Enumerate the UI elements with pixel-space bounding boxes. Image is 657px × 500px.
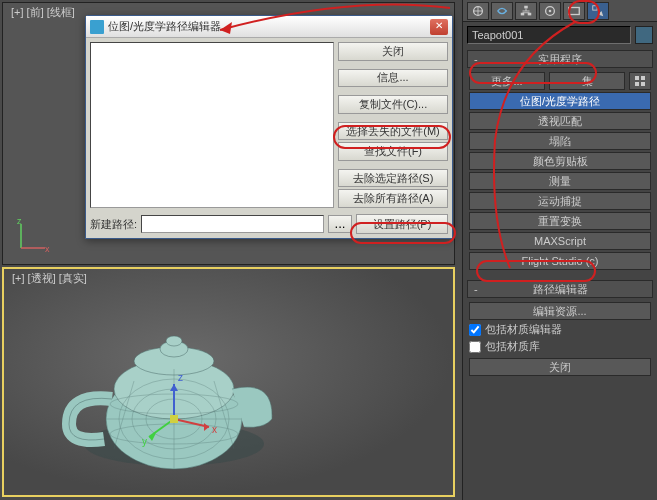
edit-resources-button[interactable]: 编辑资源... [469, 302, 651, 320]
motion-capture-button[interactable]: 运动捕捉 [469, 192, 651, 210]
include-mat-lib-label: 包括材质库 [485, 339, 540, 354]
svg-rect-41 [593, 5, 597, 9]
viewport-perspective[interactable]: x y z [+] [透视] [真实] [2, 267, 455, 497]
find-file-button[interactable]: 查找文件(F) [338, 142, 448, 161]
svg-text:x: x [212, 424, 217, 435]
new-path-input[interactable] [141, 215, 324, 233]
svg-text:z: z [178, 372, 183, 383]
select-missing-button[interactable]: 选择丢失的文件(M) [338, 122, 448, 141]
viewport-front-label: [+] [前] [线框] [11, 5, 75, 20]
svg-point-9 [166, 336, 182, 346]
flight-studio-button[interactable]: Flight Studio (c) [469, 252, 651, 270]
app-icon [90, 20, 104, 34]
remove-selected-button[interactable]: 去除选定路径(S) [338, 169, 448, 188]
svg-rect-44 [635, 82, 639, 86]
set-path-button[interactable]: 设置路径(P) [356, 214, 448, 234]
config-button[interactable] [629, 72, 651, 90]
svg-rect-45 [641, 82, 645, 86]
grid-icon [634, 75, 646, 87]
color-clipboard-button[interactable]: 颜色剪贴板 [469, 152, 651, 170]
create-tab-icon[interactable] [467, 2, 489, 20]
dialog-title-text: 位图/光度学路径编辑器 [108, 19, 221, 34]
info-button[interactable]: 信息... [338, 69, 448, 88]
copy-file-button[interactable]: 复制文件(C)... [338, 95, 448, 114]
svg-text:x: x [45, 244, 50, 254]
modify-tab-icon[interactable] [491, 2, 513, 20]
path-editor-rollout-header[interactable]: 路径编辑器 [467, 280, 653, 298]
close-panel-button[interactable]: 关闭 [469, 358, 651, 376]
maxscript-button[interactable]: MAXScript [469, 232, 651, 250]
close-icon[interactable]: ✕ [430, 19, 448, 35]
utilities-rollout-header[interactable]: 实用程序 [467, 50, 653, 68]
bitmap-path-button[interactable]: 位图/光度学路径 [469, 92, 651, 110]
more-button[interactable]: 更多... [469, 72, 545, 90]
svg-text:z: z [17, 216, 22, 226]
include-mat-editor-label: 包括材质编辑器 [485, 322, 562, 337]
viewport-perspective-label: [+] [透视] [真实] [12, 271, 87, 286]
svg-rect-32 [524, 5, 528, 8]
include-mat-lib-row[interactable]: 包括材质库 [469, 339, 651, 354]
dialog-titlebar[interactable]: 位图/光度学路径编辑器 ✕ [86, 16, 452, 38]
close-button[interactable]: 关闭 [338, 42, 448, 61]
svg-text:y: y [142, 436, 147, 447]
collapse-button[interactable]: 塌陷 [469, 132, 651, 150]
include-mat-editor-checkbox[interactable] [469, 324, 481, 336]
remove-all-button[interactable]: 去除所有路径(A) [338, 189, 448, 208]
path-list[interactable] [90, 42, 334, 208]
axis-gizmo-icon: z x [13, 216, 53, 256]
include-mat-editor-row[interactable]: 包括材质编辑器 [469, 322, 651, 337]
new-path-label: 新建路径: [90, 217, 137, 232]
bitmap-path-editor-dialog: 位图/光度学路径编辑器 ✕ 关闭 信息... 复制文件(C)... 选择丢失的文… [85, 15, 453, 239]
svg-rect-43 [641, 76, 645, 80]
include-mat-lib-checkbox[interactable] [469, 341, 481, 353]
utilities-tab-icon[interactable] [587, 2, 609, 20]
teapot-mesh-icon: x y z [4, 269, 455, 497]
command-panel: 实用程序 更多... 集 位图/光度学路径 透视匹配 塌陷 颜色剪贴板 测量 运… [462, 0, 657, 500]
svg-point-39 [549, 9, 552, 12]
browse-button[interactable]: ... [328, 215, 352, 233]
object-color-swatch[interactable] [635, 26, 653, 44]
svg-rect-40 [569, 7, 580, 14]
svg-rect-25 [170, 415, 178, 423]
measure-button[interactable]: 测量 [469, 172, 651, 190]
svg-rect-42 [635, 76, 639, 80]
motion-tab-icon[interactable] [539, 2, 561, 20]
display-tab-icon[interactable] [563, 2, 585, 20]
object-name-input[interactable] [467, 26, 631, 44]
reset-xform-button[interactable]: 重置变换 [469, 212, 651, 230]
hierarchy-tab-icon[interactable] [515, 2, 537, 20]
sets-button[interactable]: 集 [549, 72, 625, 90]
perspective-match-button[interactable]: 透视匹配 [469, 112, 651, 130]
